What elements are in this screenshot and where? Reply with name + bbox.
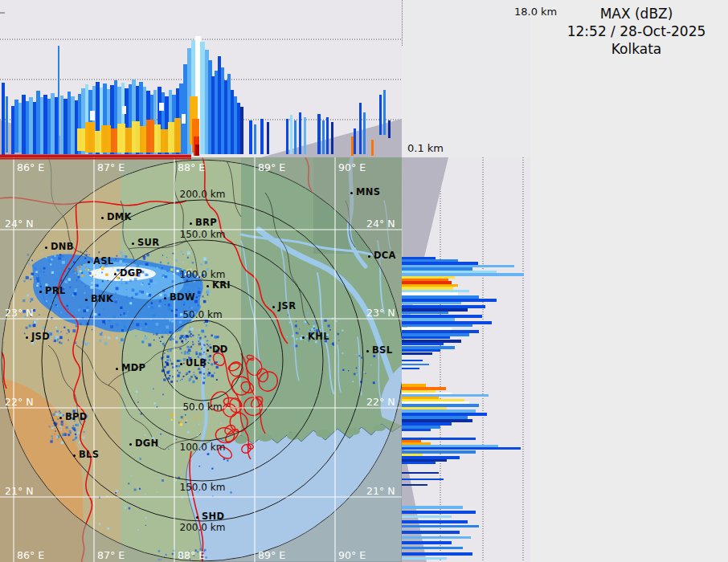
echo-streak: [402, 321, 492, 324]
echo-speckle: [170, 359, 170, 360]
echo-speckle: [119, 342, 121, 344]
echo-speckle: [348, 370, 349, 371]
echo-speckle: [86, 306, 89, 309]
echo-speckle: [171, 320, 174, 323]
echo-speckle: [194, 374, 195, 376]
echo-speckle: [163, 277, 165, 279]
echo-speckle: [78, 275, 80, 276]
echo-speckle: [56, 437, 58, 438]
echo-bar: [55, 97, 58, 154]
echo-fleck: [95, 131, 101, 153]
echo-speckle: [325, 340, 327, 342]
echo-speckle: [148, 344, 151, 347]
echo-speckle: [137, 268, 138, 270]
echo-speckle: [59, 411, 60, 413]
echo-speckle: [129, 302, 132, 304]
echo-speckle: [80, 423, 82, 425]
echo-speckle: [296, 321, 297, 322]
echo-bar: [215, 71, 218, 154]
echo-streak: [402, 336, 450, 339]
echo-speckle: [97, 295, 99, 297]
echo-speckle: [83, 436, 85, 438]
echo-bar: [237, 103, 240, 154]
echo-speckle: [186, 284, 188, 286]
echo-speckle: [180, 553, 181, 554]
echo-speckle: [159, 300, 162, 303]
echo-speckle: [58, 416, 59, 417]
echo-speckle: [74, 421, 75, 422]
echo-speckle: [157, 267, 158, 269]
echo-streak: [402, 536, 471, 539]
echo-speckle: [121, 283, 122, 284]
echo-speckle: [72, 260, 74, 262]
echo-speckle: [151, 302, 153, 303]
echo-speckle: [315, 341, 317, 343]
echo-speckle: [116, 490, 118, 492]
echo-speckle: [194, 300, 198, 303]
echo-speckle: [149, 287, 151, 288]
echo-speckle: [125, 282, 128, 284]
ew-profile-plot: [0, 0, 402, 157]
echo-speckle: [156, 333, 158, 336]
echo-speckle: [121, 279, 123, 280]
echo-speckle: [145, 263, 149, 266]
echo-speckle: [181, 293, 182, 295]
echo-speckle: [70, 417, 72, 419]
echo-bar: [43, 95, 47, 154]
echo-speckle: [186, 373, 188, 375]
echo-speckle: [145, 327, 147, 328]
echo-speckle: [74, 292, 77, 295]
echo-speckle: [128, 483, 129, 484]
echo-streak: [402, 305, 485, 308]
echo-speckle: [105, 274, 108, 276]
echo-speckle: [173, 287, 174, 287]
echo-fleck: [195, 145, 199, 156]
echo-streak: [402, 265, 514, 267]
echo-speckle: [85, 296, 86, 297]
echo-speckle: [292, 335, 294, 337]
echo-speckle: [198, 491, 199, 493]
echo-speckle: [51, 256, 54, 259]
echo-speckle: [186, 336, 187, 337]
echo-speckle: [166, 332, 166, 332]
echo-streak: [402, 352, 432, 355]
echo-speckle: [342, 330, 343, 332]
echo-speckle: [39, 314, 40, 316]
echo-speckle: [209, 373, 211, 374]
echo-bar: [63, 99, 67, 154]
echo-speckle: [141, 271, 142, 273]
echo-speckle: [72, 329, 76, 332]
echo-speckle: [64, 280, 67, 283]
echo-speckle: [182, 343, 183, 344]
echo-speckle: [127, 275, 129, 277]
echo-speckle: [313, 320, 316, 323]
echo-fleck: [132, 121, 140, 153]
echo-speckle: [194, 417, 196, 419]
echo-streak: [402, 541, 452, 544]
echo-speckle: [162, 267, 162, 268]
echo-speckle: [75, 437, 77, 439]
site-name: Kolkata: [545, 40, 728, 58]
echo-streak: [402, 333, 469, 336]
echo-speckle: [81, 420, 83, 422]
echo-streak: [402, 267, 472, 271]
echo-speckle: [326, 334, 329, 336]
echo-bar: [326, 117, 329, 154]
echo-speckle: [58, 332, 59, 334]
echo-speckle: [31, 298, 34, 301]
echo-speckle: [114, 272, 116, 274]
echo-speckle: [57, 418, 59, 420]
echo-speckle: [85, 269, 87, 271]
echo-speckle: [51, 427, 54, 430]
echo-speckle: [59, 412, 61, 413]
echo-speckle: [136, 391, 138, 393]
echo-bar: [249, 120, 252, 154]
echo-speckle: [204, 359, 207, 361]
echo-speckle: [308, 330, 310, 332]
echo-streak: [402, 520, 468, 523]
echo-speckle: [46, 300, 47, 302]
echo-speckle: [338, 340, 339, 341]
echo-speckle: [117, 271, 119, 274]
echo-speckle: [67, 434, 70, 436]
echo-speckle: [316, 329, 318, 332]
